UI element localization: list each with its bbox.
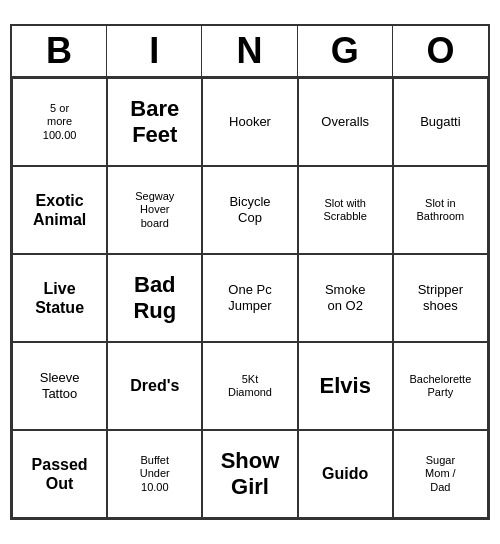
cell-text: 5 ormore100.00 xyxy=(43,102,77,142)
bingo-card: BINGO 5 ormore100.00BareFeetHookerOveral… xyxy=(10,24,490,520)
bingo-cell: BacheloretteParty xyxy=(393,342,488,430)
header-letter: B xyxy=(12,26,107,76)
bingo-cell: LiveStatue xyxy=(12,254,107,342)
cell-text: BacheloretteParty xyxy=(410,373,472,399)
bingo-cell: SugarMom /Dad xyxy=(393,430,488,518)
cell-text: ShowGirl xyxy=(221,448,280,501)
bingo-cell: Bugatti xyxy=(393,78,488,166)
bingo-cell: Dred's xyxy=(107,342,202,430)
cell-text: SleeveTattoo xyxy=(40,370,80,401)
bingo-cell: Strippershoes xyxy=(393,254,488,342)
header-letter: O xyxy=(393,26,488,76)
cell-text: ExoticAnimal xyxy=(33,191,86,229)
bingo-cell: Guido xyxy=(298,430,393,518)
bingo-cell: Elvis xyxy=(298,342,393,430)
bingo-cell: SleeveTattoo xyxy=(12,342,107,430)
bingo-cell: Overalls xyxy=(298,78,393,166)
cell-text: BicycleCop xyxy=(229,194,270,225)
cell-text: Smokeon O2 xyxy=(325,282,365,313)
bingo-cell: ShowGirl xyxy=(202,430,297,518)
header-letter: I xyxy=(107,26,202,76)
bingo-cell: BadRug xyxy=(107,254,202,342)
bingo-cell: PassedOut xyxy=(12,430,107,518)
bingo-cell: SegwayHoverboard xyxy=(107,166,202,254)
cell-text: BuffetUnder10.00 xyxy=(140,454,170,494)
bingo-cell: Slot withScrabble xyxy=(298,166,393,254)
cell-text: BadRug xyxy=(133,272,176,325)
bingo-grid: 5 ormore100.00BareFeetHookerOverallsBuga… xyxy=(12,78,488,518)
cell-text: Elvis xyxy=(320,373,371,399)
bingo-cell: BicycleCop xyxy=(202,166,297,254)
cell-text: Overalls xyxy=(321,114,369,130)
cell-text: LiveStatue xyxy=(35,279,84,317)
bingo-cell: 5 ormore100.00 xyxy=(12,78,107,166)
cell-text: Slot inBathroom xyxy=(417,197,465,223)
bingo-cell: Slot inBathroom xyxy=(393,166,488,254)
cell-text: Dred's xyxy=(130,376,179,395)
cell-text: Slot withScrabble xyxy=(323,197,366,223)
cell-text: Guido xyxy=(322,464,368,483)
cell-text: One PcJumper xyxy=(228,282,271,313)
bingo-cell: ExoticAnimal xyxy=(12,166,107,254)
cell-text: Bugatti xyxy=(420,114,460,130)
cell-text: BareFeet xyxy=(130,96,179,149)
bingo-cell: Hooker xyxy=(202,78,297,166)
bingo-cell: One PcJumper xyxy=(202,254,297,342)
bingo-cell: Smokeon O2 xyxy=(298,254,393,342)
bingo-cell: 5KtDiamond xyxy=(202,342,297,430)
cell-text: Strippershoes xyxy=(418,282,464,313)
header-letter: N xyxy=(202,26,297,76)
cell-text: Hooker xyxy=(229,114,271,130)
cell-text: SugarMom /Dad xyxy=(425,454,456,494)
bingo-cell: BareFeet xyxy=(107,78,202,166)
bingo-header: BINGO xyxy=(12,26,488,78)
cell-text: PassedOut xyxy=(32,455,88,493)
header-letter: G xyxy=(298,26,393,76)
bingo-cell: BuffetUnder10.00 xyxy=(107,430,202,518)
cell-text: SegwayHoverboard xyxy=(135,190,174,230)
cell-text: 5KtDiamond xyxy=(228,373,272,399)
